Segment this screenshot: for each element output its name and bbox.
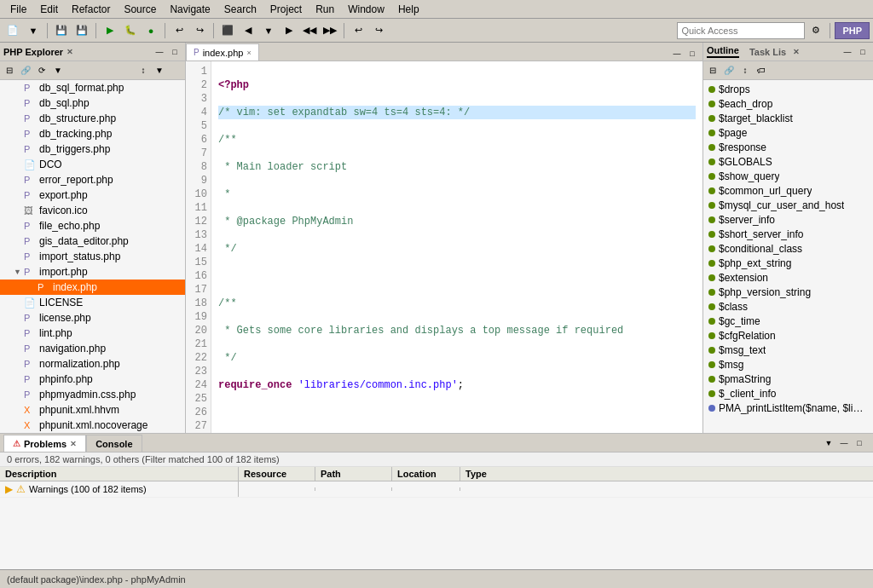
tree-item-navigation[interactable]: P navigation.php <box>0 341 185 356</box>
tree-item-favicon[interactable]: 🖼 favicon.ico <box>0 203 185 218</box>
menu-help[interactable]: Help <box>391 2 426 17</box>
outline-tab-tasklist[interactable]: Task Lis <box>749 47 786 57</box>
tree-item-file-echo[interactable]: P file_echo.php <box>0 218 185 233</box>
outline-minimize-btn[interactable]: — <box>841 45 854 59</box>
outline-item-extension[interactable]: $extension <box>703 270 873 285</box>
toolbar-run-btn[interactable]: ▶ <box>101 21 119 40</box>
explorer-scroll-btn[interactable]: ↕ <box>136 63 151 78</box>
outline-item-php-ext-string[interactable]: $php_ext_string <box>703 256 873 270</box>
outline-item-target-blacklist[interactable]: $target_blacklist <box>703 111 873 125</box>
toolbar-new-btn[interactable]: 📄 <box>3 21 22 40</box>
tree-item-db-structure[interactable]: P db_structure.php <box>0 111 185 126</box>
problems-tab-console[interactable]: Console <box>86 435 142 452</box>
toolbar-btn10[interactable]: ⬛ <box>218 21 237 40</box>
outline-item-cfg-relation[interactable]: $cfgRelation <box>703 328 873 343</box>
menu-window[interactable]: Window <box>341 2 391 17</box>
outline-link-btn[interactable]: 🔗 <box>721 63 737 78</box>
outline-maximize-btn[interactable]: □ <box>856 45 870 59</box>
outline-item-server-info[interactable]: $server_info <box>703 212 873 227</box>
outline-item-globals[interactable]: $GLOBALS <box>703 154 873 169</box>
tree-item-db-tracking[interactable]: P db_tracking.php <box>0 126 185 141</box>
toolbar-btn13[interactable]: ▶ <box>280 21 298 40</box>
toolbar-btn8[interactable]: ↩ <box>170 21 188 40</box>
toolbar-btn11[interactable]: ◀ <box>239 21 257 40</box>
menu-navigate[interactable]: Navigate <box>163 2 217 17</box>
php-perspective-btn[interactable]: PHP <box>835 22 870 39</box>
outline-item-common-url-query[interactable]: $common_url_query <box>703 183 873 198</box>
tree-item-db-triggers[interactable]: P db_triggers.php <box>0 141 185 157</box>
outline-item-class[interactable]: $class <box>703 299 873 314</box>
toolbar-btn2[interactable]: ▼ <box>24 21 43 40</box>
toolbar-debug-btn[interactable]: 🐛 <box>121 21 140 40</box>
toolbar-btn15[interactable]: ▶▶ <box>321 21 339 40</box>
outline-item-pma-printlistitem[interactable]: PMA_printListItem($name, $listic <box>703 401 873 415</box>
problems-maximize-btn[interactable]: □ <box>853 436 866 450</box>
menu-file[interactable]: File <box>3 2 33 17</box>
editor-tab-close[interactable]: × <box>246 49 251 57</box>
outline-item-mysql-cur-user[interactable]: $mysql_cur_user_and_host <box>703 198 873 212</box>
code-editor[interactable]: 1 2 3 4 5 6 7 8 9 10 11 12 13 14 15 16 1 <box>186 61 702 433</box>
editor-maximize-btn[interactable]: □ <box>685 47 699 61</box>
outline-item-short-server-info[interactable]: $short_server_info <box>703 227 873 241</box>
outline-sort-btn[interactable]: ↕ <box>737 63 753 78</box>
outline-item-conditional-class[interactable]: $conditional_class <box>703 241 873 256</box>
tree-item-dco[interactable]: 📄 DCO <box>0 157 185 172</box>
outline-collapse-btn[interactable]: ⊟ <box>705 63 720 78</box>
outline-item-drops[interactable]: $drops <box>703 82 873 96</box>
explorer-maximize-btn[interactable]: □ <box>168 45 182 59</box>
tree-item-export[interactable]: P export.php <box>0 187 185 203</box>
explorer-filter-btn[interactable]: ▼ <box>50 63 66 78</box>
toolbar-btn4[interactable]: 💾 <box>72 21 91 40</box>
tree-item-license[interactable]: 📄 LICENSE <box>0 295 185 310</box>
editor-minimize-btn[interactable]: — <box>670 47 684 61</box>
quick-access-input[interactable] <box>677 22 805 39</box>
menu-run[interactable]: Run <box>309 2 341 17</box>
outline-item-show-query[interactable]: $show_query <box>703 169 873 183</box>
tree-item-license-php[interactable]: P license.php <box>0 310 185 326</box>
explorer-view-btn[interactable]: ▼ <box>152 63 167 78</box>
tree-item-import-status[interactable]: P import_status.php <box>0 249 185 264</box>
tree-item-db-sql-format[interactable]: P db_sql_format.php <box>0 80 185 95</box>
tree-item-phpunit-hhvm[interactable]: X phpunit.xml.hhvm <box>0 402 185 418</box>
tree-item-lint[interactable]: P lint.php <box>0 326 185 341</box>
tree-item-phpunit-nocoverage[interactable]: X phpunit.xml.nocoverage <box>0 418 185 433</box>
explorer-minimize-btn[interactable]: — <box>153 45 166 59</box>
toolbar-btn17[interactable]: ↪ <box>369 21 388 40</box>
tree-item-db-sql[interactable]: P db_sql.php <box>0 95 185 111</box>
outline-item-pma-string[interactable]: $pmaString <box>703 372 873 386</box>
outline-item-response[interactable]: $response <box>703 140 873 154</box>
table-row-warnings[interactable]: ▶ ⚠ Warnings (100 of 182 items) <box>0 481 873 498</box>
outline-item-msg-text[interactable]: $msg_text <box>703 343 873 357</box>
menu-edit[interactable]: Edit <box>33 2 65 17</box>
toolbar-btn7[interactable]: ● <box>142 21 160 40</box>
outline-tab-active[interactable]: Outline <box>707 45 739 58</box>
problems-tab-problems[interactable]: ⚠ Problems ✕ <box>3 435 86 452</box>
editor-tab-index[interactable]: P index.php × <box>186 43 259 61</box>
menu-source[interactable]: Source <box>117 2 163 17</box>
outline-item-php-version-string[interactable]: $php_version_string <box>703 285 873 299</box>
menu-search[interactable]: Search <box>217 2 263 17</box>
tree-item-error-report[interactable]: P error_report.php <box>0 172 185 187</box>
tree-item-gis-data-editor[interactable]: P gis_data_editor.php <box>0 233 185 249</box>
explorer-link-btn[interactable]: 🔗 <box>18 63 33 78</box>
outline-item-client-info[interactable]: $_client_info <box>703 386 873 401</box>
tree-item-phpmyadmin-css[interactable]: P phpmyadmin.css.php <box>0 387 185 402</box>
toolbar-btn12[interactable]: ▼ <box>259 21 278 40</box>
tree-item-phpinfo[interactable]: P phpinfo.php <box>0 372 185 387</box>
outline-hide-fields-btn[interactable]: 🏷 <box>754 63 769 78</box>
outline-item-page[interactable]: $page <box>703 125 873 140</box>
menu-project[interactable]: Project <box>263 2 309 17</box>
toolbar-btn14[interactable]: ◀◀ <box>300 21 319 40</box>
outline-item-gc-time[interactable]: $gc_time <box>703 314 873 328</box>
tree-item-import[interactable]: ▼ P import.php <box>0 264 185 280</box>
tree-item-index[interactable]: P index.php <box>0 280 185 295</box>
menu-refactor[interactable]: Refactor <box>65 2 117 17</box>
problems-filter-btn[interactable]: ▼ <box>822 436 835 450</box>
problems-minimize-btn[interactable]: — <box>837 436 851 450</box>
explorer-collapse-btn[interactable]: ⊟ <box>2 63 17 78</box>
toolbar-btn9[interactable]: ↪ <box>190 21 209 40</box>
toolbar-settings-btn[interactable]: ⚙ <box>807 21 825 40</box>
problems-tab-close[interactable]: ✕ <box>70 440 77 448</box>
explorer-sync-btn[interactable]: ⟳ <box>34 63 49 78</box>
toolbar-btn16[interactable]: ↩ <box>349 21 367 40</box>
